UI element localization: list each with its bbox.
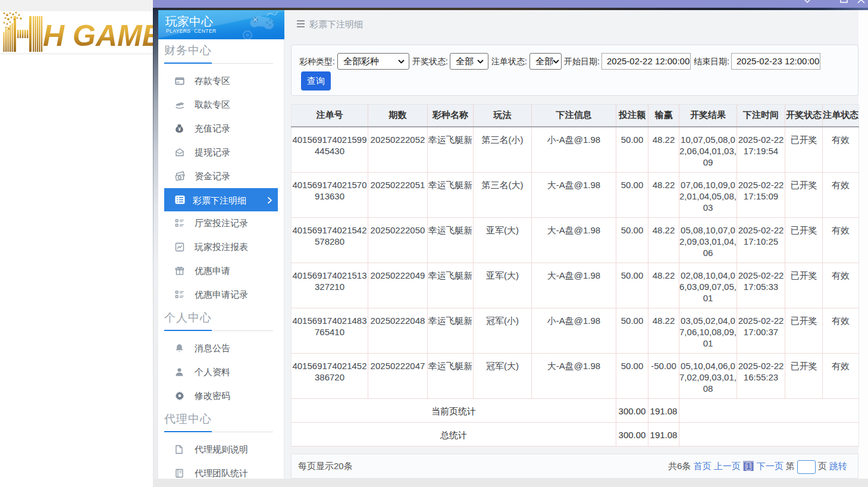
svg-text:¥: ¥ xyxy=(178,126,181,132)
